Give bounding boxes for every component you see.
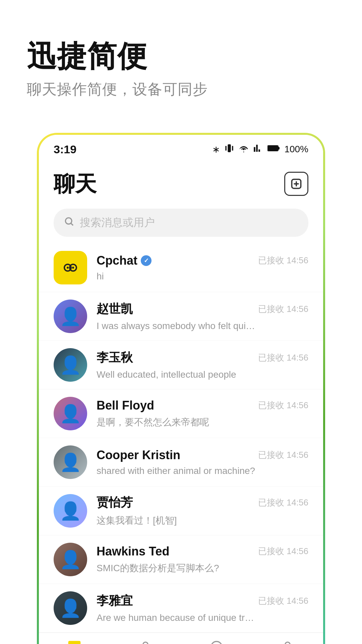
- me-nav-icon: [280, 640, 295, 644]
- chat-name: 李玉秋: [97, 350, 133, 366]
- status-bar: 3:19 ∗ 100%: [39, 135, 323, 161]
- app-header: 聊天: [39, 161, 323, 205]
- status-icons: ∗ 100%: [212, 144, 308, 155]
- avatar-jia: 👤: [54, 494, 87, 528]
- wifi-icon: [239, 144, 249, 155]
- nav-item-friends[interactable]: 朋友: [122, 640, 169, 644]
- chat-name: Cooper Kristin: [97, 448, 180, 462]
- new-chat-button[interactable]: [284, 172, 308, 196]
- chat-name: 贾怡芳: [97, 494, 133, 511]
- chat-preview: shared with either animal or machine?: [97, 466, 257, 476]
- chat-time: 已接收 14:56: [258, 352, 308, 364]
- circle-nav-icon: [209, 640, 224, 644]
- battery-percent: 100%: [284, 144, 308, 155]
- chat-preview: Are we human because of unique traits an…: [97, 612, 257, 623]
- chat-nav-icon: [67, 640, 82, 644]
- chat-info-liya: 李雅宜 已接收 14:56 Are we human because of un…: [97, 593, 308, 623]
- chat-time: 已接收 14:56: [258, 399, 308, 411]
- svg-line-10: [71, 223, 73, 225]
- chat-name: Bell Floyd: [97, 398, 154, 413]
- svg-point-15: [72, 267, 74, 269]
- chat-name: 李雅宜: [97, 593, 133, 609]
- chat-preview: 这集我看过！[机智]: [97, 514, 257, 527]
- chat-name: Cpchat ✓: [97, 254, 152, 268]
- page-title: 迅捷简便: [27, 40, 335, 73]
- chat-time: 已接收 14:56: [258, 255, 308, 266]
- vibrate-icon: [225, 144, 234, 155]
- svg-rect-1: [226, 146, 227, 151]
- status-time: 3:19: [54, 143, 76, 156]
- chat-preview: 是啊，要不然怎么来帝都呢: [97, 416, 257, 429]
- chat-info-jia: 贾怡芳 已接收 14:56 这集我看过！[机智]: [97, 494, 308, 527]
- chat-preview: hi: [97, 271, 257, 282]
- search-input[interactable]: 搜索消息或用户: [80, 215, 155, 230]
- battery-icon: [267, 144, 280, 155]
- svg-point-18: [143, 642, 148, 644]
- search-bar[interactable]: 搜索消息或用户: [54, 209, 308, 237]
- chat-list: Cpchat ✓ 已接收 14:56 hi 👤 赵世凯 已接收: [39, 244, 323, 633]
- avatar-cpchat: [54, 251, 87, 284]
- nav-item-me[interactable]: 我: [264, 640, 311, 644]
- signal-icon: [253, 144, 263, 155]
- chat-item-zhao[interactable]: 👤 赵世凯 已接收 14:56 I was always somebody wh…: [39, 292, 323, 341]
- chat-info-bell: Bell Floyd 已接收 14:56 是啊，要不然怎么来帝都呢: [97, 398, 308, 429]
- svg-rect-2: [232, 146, 234, 151]
- phone-frame: 3:19 ∗ 100% 聊天: [37, 133, 325, 644]
- page-subtitle: 聊天操作简便，设备可同步: [27, 79, 335, 99]
- friends-nav-icon: [138, 640, 153, 644]
- chat-preview: SMIC的数据分析是写脚本么?: [97, 562, 257, 575]
- nav-item-chat[interactable]: 聊天: [51, 640, 98, 644]
- chat-name: Hawkins Ted: [97, 544, 169, 558]
- chat-item-jia[interactable]: 👤 贾怡芳 已接收 14:56 这集我看过！[机智]: [39, 487, 323, 535]
- chat-item-li[interactable]: 👤 李玉秋 已接收 14:56 Well educated, intellect…: [39, 341, 323, 389]
- verified-badge: ✓: [141, 255, 152, 266]
- page-header: 迅捷简便 聊天操作简便，设备可同步: [0, 0, 362, 119]
- bluetooth-icon: ∗: [212, 144, 220, 155]
- chat-time: 已接收 14:56: [258, 497, 308, 508]
- bottom-nav: 聊天 朋友 圈子 我: [39, 633, 323, 644]
- svg-point-9: [65, 218, 72, 224]
- svg-rect-4: [278, 147, 280, 150]
- chat-info-zhao: 赵世凯 已接收 14:56 I was always somebody who …: [97, 301, 308, 331]
- chat-time: 已接收 14:56: [258, 595, 308, 607]
- svg-point-19: [211, 641, 222, 644]
- chat-info-hawkins: Hawkins Ted 已接收 14:56 SMIC的数据分析是写脚本么?: [97, 544, 308, 575]
- chat-item-hawkins[interactable]: 👤 Hawkins Ted 已接收 14:56 SMIC的数据分析是写脚本么?: [39, 535, 323, 584]
- nav-item-circle[interactable]: 圈子: [193, 640, 240, 644]
- avatar-zhao: 👤: [54, 300, 87, 333]
- svg-point-21: [285, 642, 290, 644]
- chat-time: 已接收 14:56: [258, 303, 308, 315]
- svg-rect-0: [228, 144, 231, 152]
- chat-name: 赵世凯: [97, 301, 133, 317]
- avatar-li: 👤: [54, 348, 87, 382]
- chat-name-row: Cpchat ✓ 已接收 14:56: [97, 254, 308, 268]
- chat-screen-title: 聊天: [54, 169, 97, 199]
- search-icon: [64, 216, 74, 229]
- chat-info-cooper: Cooper Kristin 已接收 14:56 shared with eit…: [97, 448, 308, 476]
- svg-rect-5: [268, 146, 278, 151]
- avatar-cooper: 👤: [54, 445, 87, 479]
- chat-item-cpchat[interactable]: Cpchat ✓ 已接收 14:56 hi: [39, 244, 323, 292]
- chat-time: 已接收 14:56: [258, 449, 308, 461]
- avatar-bell: 👤: [54, 397, 87, 430]
- chat-info-li: 李玉秋 已接收 14:56 Well educated, intellectua…: [97, 350, 308, 380]
- svg-point-14: [67, 267, 69, 269]
- chat-item-liya[interactable]: 👤 李雅宜 已接收 14:56 Are we human because of …: [39, 584, 323, 633]
- chat-preview: Well educated, intellectual people: [97, 369, 257, 380]
- avatar-hawkins: 👤: [54, 543, 87, 576]
- chat-item-bell[interactable]: 👤 Bell Floyd 已接收 14:56 是啊，要不然怎么来帝都呢: [39, 389, 323, 438]
- chat-preview: I was always somebody who felt quite ...: [97, 321, 257, 331]
- chat-time: 已接收 14:56: [258, 545, 308, 557]
- avatar-liya: 👤: [54, 591, 87, 625]
- chat-item-cooper[interactable]: 👤 Cooper Kristin 已接收 14:56 shared with e…: [39, 438, 323, 487]
- chat-info-cpchat: Cpchat ✓ 已接收 14:56 hi: [97, 254, 308, 282]
